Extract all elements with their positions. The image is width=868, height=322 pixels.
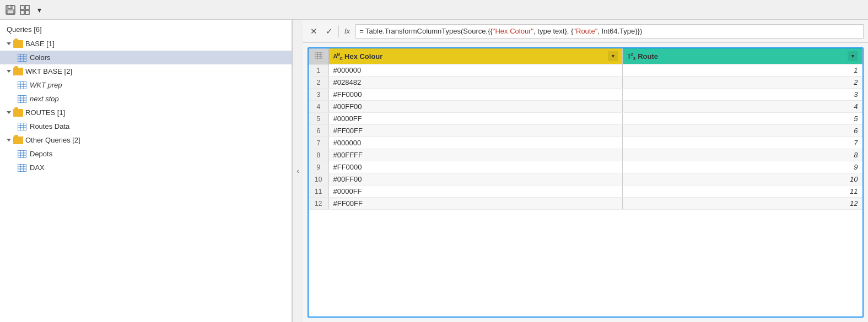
cell-route: 9 [623,161,862,173]
tree-group-base: BASE [1] Colors [0,37,292,64]
formula-input[interactable]: = Table.TransformColumnTypes(Source,{{"H… [355,24,864,39]
route-col-dropdown[interactable]: ▾ [848,51,858,61]
cell-route: 8 [623,149,862,161]
hex-col-dropdown[interactable]: ▾ [608,51,618,61]
table-icon [18,54,26,62]
cell-route: 10 [623,173,862,185]
group-label: BASE [1] [25,40,55,48]
folder-icon [13,109,23,117]
expand-icon [7,70,11,73]
top-toolbar: ▾ [0,0,868,20]
col-route-label: Route [638,52,658,61]
save-icon[interactable] [4,4,17,16]
col-type-text-icon: ABC [333,52,343,61]
table-row: 11 #0000FF 11 [309,185,862,198]
row-num: 8 [309,149,328,161]
cell-hex: #0000FF [328,113,623,125]
right-panel: ✕ ✓ fx = Table.TransformColumnTypes(Sour… [303,20,868,322]
sidebar-item-wkt-base[interactable]: WKT BASE [2] [0,64,292,78]
expand-icon [7,42,11,45]
row-num: 3 [309,89,328,101]
data-table: ABC Hex Colour ▾ 123 Route ▾ [309,48,862,210]
sidebar-item-base[interactable]: BASE [1] [0,37,292,51]
sidebar-item-label: WKT prep [30,81,62,89]
group-label: ROUTES [1] [25,108,65,117]
folder-icon [13,137,23,144]
cell-route: 6 [623,125,862,137]
cell-route: 5 [623,113,862,125]
sidebar-item-label: Depots [30,150,52,158]
tree-group-wkt: WKT BASE [2] WKT prep [0,64,292,106]
table-icon [18,95,26,103]
cell-hex: #FF0000 [328,89,623,101]
sidebar-item-depots[interactable]: Depots [0,147,292,161]
table-icon [18,81,26,89]
confirm-formula-button[interactable]: ✓ [323,25,335,37]
formula-content: = Table.TransformColumnTypes(Source,{{"H… [359,27,642,35]
cell-route: 2 [623,77,862,89]
table-body: 1 #000000 1 2 #028482 2 3 #FF0000 3 4 #0… [309,64,862,210]
table-row: 10 #00FF00 10 [309,173,862,185]
sidebar-item-other[interactable]: Other Queries [2] [0,133,292,147]
svg-rect-18 [18,95,26,103]
th-route[interactable]: 123 Route ▾ [623,48,862,64]
cell-route: 12 [623,198,862,210]
th-hex-colour[interactable]: ABC Hex Colour ▾ [328,48,623,64]
svg-rect-7 [25,10,29,14]
formula-bar: ✕ ✓ fx = Table.TransformColumnTypes(Sour… [303,20,868,43]
cell-hex: #FF00FF [328,198,623,210]
svg-rect-2 [9,6,10,8]
row-num: 6 [309,125,328,137]
cell-hex: #000000 [328,137,623,149]
tree-group-other: Other Queries [2] Depots [0,133,292,174]
sidebar-item-wkt-prep[interactable]: WKT prep [0,78,292,92]
sidebar-item-colors[interactable]: Colors [0,51,292,64]
cell-hex: #000000 [328,64,623,77]
collapse-sidebar-button[interactable]: ‹ [292,20,303,322]
row-num: 12 [309,198,328,210]
expand-icon [7,111,11,114]
table-row: 7 #000000 7 [309,137,862,149]
table-icon [18,123,26,130]
toolbar-dropdown-icon[interactable]: ▾ [33,4,45,16]
table-row: 9 #FF0000 9 [309,161,862,173]
cell-hex: #FF00FF [328,125,623,137]
cell-hex: #028482 [328,77,623,89]
row-num: 10 [309,173,328,185]
table-row: 1 #000000 1 [309,64,862,77]
cell-hex: #00FFFF [328,149,623,161]
cell-hex: #FF0000 [328,161,623,173]
sidebar-item-next-stop[interactable]: next stop [0,92,292,106]
sidebar-item-routes[interactable]: ROUTES [1] [0,106,292,119]
cancel-formula-button[interactable]: ✕ [308,25,320,37]
svg-rect-5 [25,6,29,9]
table-row: 6 #FF00FF 6 [309,125,862,137]
sidebar-item-label: Routes Data [30,122,69,130]
sidebar-item-dax[interactable]: DAX [0,161,292,174]
svg-rect-13 [18,81,26,89]
group-label: Other Queries [2] [25,136,80,144]
row-num: 9 [309,161,328,173]
cell-route: 11 [623,185,862,198]
row-num: 5 [309,113,328,125]
table-header-row: ABC Hex Colour ▾ 123 Route ▾ [309,48,862,64]
tree-group-routes: ROUTES [1] Routes Data [0,106,292,133]
sidebar-item-routes-data[interactable]: Routes Data [0,119,292,133]
row-num: 7 [309,137,328,149]
main-layout: Queries [6] BASE [1] [0,20,868,322]
cell-route: 4 [623,101,862,113]
fx-label: fx [342,27,352,35]
cell-route: 7 [623,137,862,149]
sidebar-tree: BASE [1] Colors [0,37,292,322]
cancel-icon: ✕ [310,26,317,36]
row-num: 11 [309,185,328,198]
collapse-icon: ‹ [297,167,299,175]
table-row: 12 #FF00FF 12 [309,198,862,210]
grid-icon[interactable] [19,4,31,16]
queries-header: Queries [6] [0,20,292,37]
col-type-num-icon: 123 [627,52,635,61]
svg-rect-6 [20,10,24,14]
expand-icon [7,139,11,141]
svg-rect-33 [18,164,26,172]
confirm-icon: ✓ [326,26,333,36]
